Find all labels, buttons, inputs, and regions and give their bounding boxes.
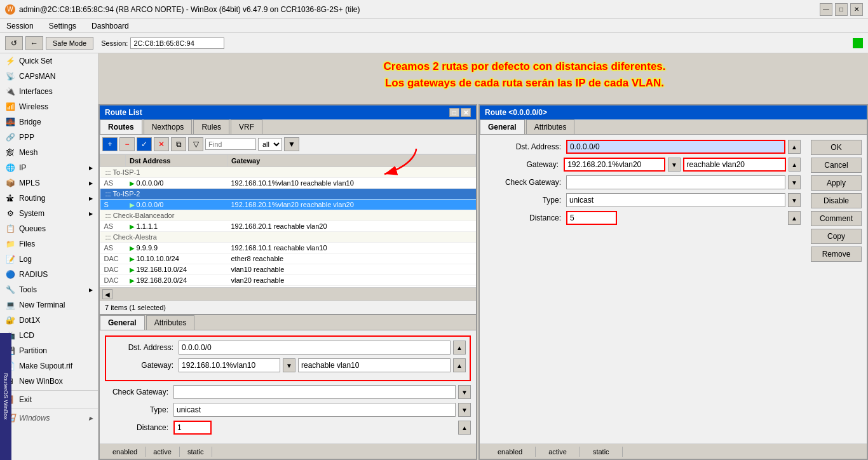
sidebar-item-quick-set[interactable]: ⚡ Quick Set — [0, 53, 98, 69]
table-row[interactable]: AS ▶ 1.1.1.1 192.168.20.1 reachable vlan… — [100, 221, 476, 232]
disable-route-button[interactable]: ✕ — [154, 137, 169, 151]
table-row[interactable]: ::: To-ISP-1 — [100, 167, 476, 178]
table-row[interactable]: ::: Check-Balanceador — [100, 210, 476, 221]
sidebar-item-capsman[interactable]: 📡 CAPsMAN — [0, 69, 98, 84]
filter-route-button[interactable]: ▽ — [188, 137, 203, 151]
sidebar-item-queues[interactable]: 📋 Queues — [0, 221, 98, 236]
copy-route-button[interactable]: ⧉ — [171, 137, 186, 151]
detail-check-gw-btn[interactable]: ▼ — [788, 175, 801, 189]
sidebar-item-make-supout[interactable]: 📄 Make Supout.rif — [0, 358, 98, 374]
sidebar-item-interfaces[interactable]: 🔌 Interfaces — [0, 84, 98, 99]
scroll-left-btn[interactable]: ◀ — [102, 289, 112, 299]
sidebar-item-tools[interactable]: 🔧 Tools — [0, 282, 98, 297]
remove-route-button[interactable]: − — [119, 137, 135, 151]
table-row[interactable]: AS ▶ 9.9.9.9 192.168.10.1 reachable vlan… — [100, 243, 476, 254]
sidebar-item-log[interactable]: 📝 Log — [0, 252, 98, 267]
detail-gateway-dropdown-btn[interactable]: ▼ — [668, 158, 680, 172]
type-btn[interactable]: ▼ — [458, 403, 471, 417]
distance-up-btn[interactable]: ▲ — [458, 421, 471, 435]
table-row[interactable]: S ▶ 0.0.0.0/0 192.168.20.1%vlan20 reacha… — [100, 200, 476, 210]
detail-dst-input[interactable] — [566, 140, 785, 154]
gateway-extra-btn[interactable]: ▲ — [453, 358, 466, 372]
check-gateway-input[interactable] — [173, 385, 456, 399]
sidebar-item-lcd[interactable]: 📺 LCD — [0, 328, 98, 343]
tab-nexthops[interactable]: Nexthops — [144, 119, 193, 134]
table-row[interactable]: DAC ▶ 192.168.10.0/24 vlan10 reachable — [100, 264, 476, 275]
sidebar-item-exit[interactable]: 🚪 Exit — [0, 392, 98, 407]
sidebar-item-ppp[interactable]: 🔗 PPP — [0, 130, 98, 145]
refresh-button[interactable]: ↺ — [5, 36, 23, 50]
tab-routes[interactable]: Routes — [100, 119, 142, 134]
table-row[interactable]: DAC ▶ 10.10.10.0/24 ether8 reachable — [100, 254, 476, 264]
detail-type-input[interactable] — [566, 193, 785, 207]
apply-button[interactable]: Apply — [811, 175, 862, 191]
dst-up-btn[interactable]: ▲ — [453, 341, 466, 355]
tools-icon: 🔧 — [5, 285, 15, 295]
sidebar-item-routing[interactable]: 🛣 Routing — [0, 191, 98, 206]
enable-route-button[interactable]: ✓ — [137, 137, 152, 151]
distance-input[interactable] — [173, 421, 212, 435]
sidebar-item-ip[interactable]: 🌐 IP — [0, 160, 98, 175]
gateway-extra-input[interactable] — [298, 358, 451, 372]
comment-button[interactable]: Comment — [811, 211, 862, 226]
sidebar-item-new-terminal[interactable]: 💻 New Terminal — [0, 297, 98, 313]
tab-vrf[interactable]: VRF — [231, 119, 262, 134]
sidebar-item-files[interactable]: 📁 Files — [0, 236, 98, 252]
sidebar-item-mpls[interactable]: 📦 MPLS — [0, 175, 98, 191]
detail-tab-general[interactable]: General — [480, 119, 525, 134]
menu-settings[interactable]: Settings — [45, 20, 80, 32]
find-input[interactable] — [205, 139, 256, 150]
dropdown-arrow-btn[interactable]: ▼ — [284, 137, 299, 151]
menu-session[interactable]: Session — [3, 20, 37, 32]
filter-select[interactable]: all — [258, 138, 282, 151]
route-list-restore-btn[interactable]: □ — [449, 108, 459, 117]
ok-button[interactable]: OK — [811, 140, 862, 155]
sidebar-item-dot1x[interactable]: 🔐 Dot1X — [0, 313, 98, 328]
dst-address-input[interactable] — [179, 341, 451, 355]
sidebar-item-windows[interactable]: 🪟 Windows ▶ — [0, 410, 98, 426]
sidebar-item-partition[interactable]: 💾 Partition — [0, 343, 98, 358]
table-row[interactable]: ::: Check-Alestra — [100, 232, 476, 243]
cancel-button[interactable]: Cancel — [811, 158, 862, 173]
safe-mode-button[interactable]: Safe Mode — [46, 37, 93, 50]
table-row[interactable]: ::: To-ISP-2 — [100, 189, 476, 200]
remove-button[interactable]: Remove — [811, 247, 862, 262]
table-row[interactable]: DAC ▶ 192.168.20.0/24 vlan20 reachable — [100, 275, 476, 286]
sidebar-item-radius[interactable]: 🔵 RADIUS — [0, 267, 98, 282]
sidebar-label-routing: Routing — [19, 194, 45, 203]
tab-rules[interactable]: Rules — [193, 119, 229, 134]
detail-tab-attributes[interactable]: Attributes — [526, 119, 575, 134]
detail-distance-input[interactable] — [566, 211, 617, 225]
maximize-button[interactable]: □ — [835, 3, 848, 16]
add-route-button[interactable]: + — [102, 137, 118, 151]
detail-dst-up-btn[interactable]: ▲ — [788, 140, 801, 154]
route-dst-al: ▶ 9.9.9.9 — [126, 243, 227, 254]
detail-gateway-input[interactable] — [564, 158, 665, 172]
copy-button[interactable]: Copy — [811, 229, 862, 244]
sidebar-item-mesh[interactable]: 🕸 Mesh — [0, 145, 98, 160]
gateway-dropdown-btn[interactable]: ▼ — [283, 358, 295, 372]
session-input[interactable] — [130, 37, 224, 49]
table-row[interactable]: AS ▶ 0.0.0.0/0 192.168.10.1%vlan10 reach… — [100, 178, 476, 189]
back-button[interactable]: ← — [25, 36, 43, 50]
type-input[interactable] — [173, 403, 456, 417]
detail-distance-up-btn[interactable]: ▲ — [788, 211, 801, 225]
gateway-input[interactable] — [179, 358, 280, 372]
detail-gateway-extra-btn[interactable]: ▲ — [789, 158, 801, 172]
detail-type-btn[interactable]: ▼ — [788, 193, 801, 207]
route-list-close-btn[interactable]: ✕ — [461, 108, 471, 117]
close-button[interactable]: ✕ — [850, 3, 863, 16]
bottom-tab-general[interactable]: General — [100, 315, 145, 330]
sidebar-item-new-winbox[interactable]: 🖥 New WinBox — [0, 374, 98, 389]
sidebar-item-wireless[interactable]: 📶 Wireless — [0, 99, 98, 114]
minimize-button[interactable]: — — [820, 3, 832, 16]
sidebar-item-system[interactable]: ⚙ System — [0, 206, 98, 221]
disable-button[interactable]: Disable — [811, 193, 862, 208]
detail-check-gw-input[interactable] — [566, 175, 785, 189]
menu-dashboard[interactable]: Dashboard — [88, 20, 133, 32]
route-detail-tabs: General Attributes — [480, 119, 867, 135]
check-gateway-btn[interactable]: ▼ — [458, 385, 471, 399]
bottom-tab-attributes[interactable]: Attributes — [146, 315, 195, 330]
sidebar-item-bridge[interactable]: 🌉 Bridge — [0, 114, 98, 130]
detail-gateway-extra[interactable] — [683, 158, 786, 172]
